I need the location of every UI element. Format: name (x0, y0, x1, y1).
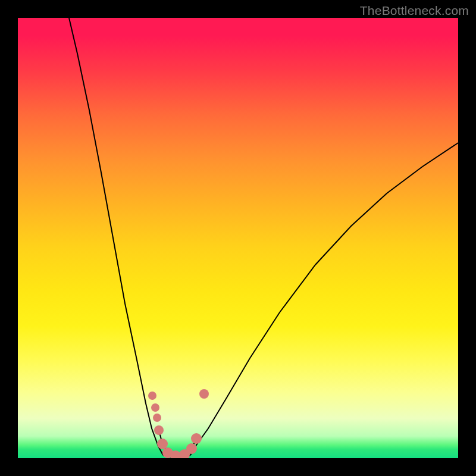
valley-markers (148, 389, 209, 458)
valley-marker (148, 392, 156, 400)
valley-marker (191, 433, 202, 444)
valley-marker (157, 439, 168, 449)
plot-area (18, 18, 458, 458)
valley-marker (154, 425, 164, 435)
valley-marker (153, 414, 161, 422)
valley-marker (151, 403, 159, 412)
valley-marker (186, 443, 197, 454)
watermark-text: TheBottleneck.com (360, 4, 469, 18)
curve-left (69, 18, 163, 455)
valley-marker (199, 389, 209, 399)
chart-frame: TheBottleneck.com (0, 0, 476, 476)
curve-right (190, 143, 458, 455)
bottleneck-curve (18, 18, 458, 458)
